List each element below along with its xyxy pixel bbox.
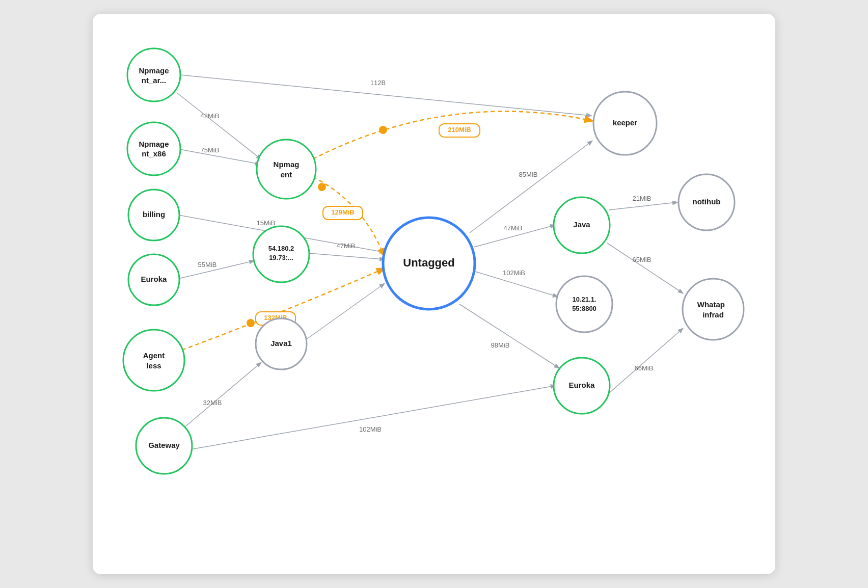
label-java1: Java1 [270,339,292,348]
edge-java1-to-untagged [306,284,384,340]
label-whatap-infrad: Whatap_ [697,300,729,309]
label-102mib-ip: 102MiB [503,269,525,277]
badge-text-210mib: 210MiB [448,126,471,133]
label-whatap-infrad-2: infrad [702,310,724,319]
label-euroka-right: Euroka [569,381,595,389]
edge-gateway-to-java1 [185,363,261,426]
dot-agentless-untagged [247,319,255,327]
label-npmage-ar: Npmage [139,66,169,75]
label-java-right: Java [573,220,590,229]
label-42mib: 42MiB [201,112,220,120]
edge-euroka-right-to-whatap [609,329,683,393]
label-untagged: Untagged [403,256,454,269]
diagram-card: 42MiB 75MiB 112B 15MiB 55MiB 47MiB 32MiB… [93,14,775,574]
edge-ip-to-untagged [309,253,384,259]
label-npmage-center: Npmag [274,160,300,169]
label-32mib: 32MiB [203,399,222,407]
label-21mib: 21MiB [633,195,652,202]
label-agentless-2: less [146,361,161,370]
label-ip-right-2: 55:8800 [572,305,596,312]
label-npmage-ar-2: nt_ar... [142,76,166,85]
label-75mib: 75MiB [201,146,220,154]
label-npmage-center-2: ent [281,170,292,179]
node-npmage-ar[interactable] [127,48,180,101]
node-ip-right[interactable] [556,276,612,332]
label-15mib: 15MiB [257,219,276,227]
label-keeper: keeper [613,118,638,127]
label-102mib-gateway: 102MiB [359,425,382,433]
badge-text-129mib: 129MiB [331,208,355,216]
label-gateway: Gateway [148,441,180,449]
label-ip-right: 10.21.1. [573,296,596,303]
label-112b: 112B [370,79,386,87]
label-98mib: 98MiB [491,341,510,349]
label-agentless: Agent [143,351,165,360]
label-billing: billing [143,210,165,219]
label-47mib-ip: 47MiB [337,242,356,250]
label-npmage-x86: Npmage [139,140,169,148]
edge-java-to-whatap [607,243,683,293]
edge-untagged-to-euroka-right [459,304,559,368]
label-npmage-x86-2: nt_x86 [142,149,166,158]
label-notihub: notihub [693,197,721,206]
label-euroka-left: Euroka [141,275,168,283]
label-ip-2: 19.73:... [269,254,293,261]
label-47mib-java: 47MiB [504,224,523,232]
node-agentless[interactable] [123,330,184,391]
node-whatap-infrad[interactable] [683,279,744,340]
label-66mib: 66MiB [635,364,654,372]
dot-npmage-untagged [318,183,326,191]
dot-npmage-keeper [379,126,387,134]
edge-gateway-to-euroka-right [191,386,555,449]
edge-java-to-notihub [609,202,677,210]
label-55mib: 55MiB [198,261,217,269]
label-ip: 54.180.2 [268,245,294,252]
node-npmage-center[interactable] [257,140,316,199]
label-85mib: 85MiB [519,171,538,178]
label-65mib: 65MiB [633,256,652,263]
